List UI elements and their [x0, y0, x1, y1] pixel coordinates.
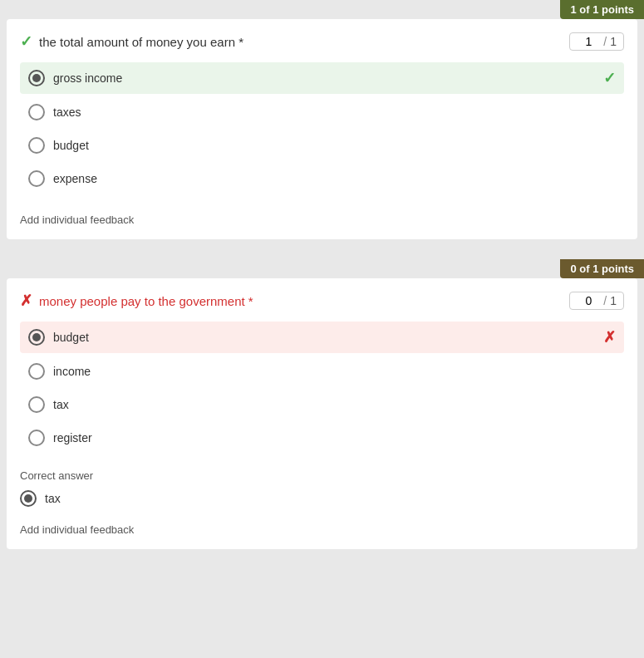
- q2-incorrect-icon: ✗: [20, 292, 32, 310]
- q2-score-max: 1: [610, 294, 617, 307]
- q2-correct-answer-section: Correct answer tax: [7, 466, 637, 517]
- top-badge-area: 1 of 1 points: [0, 0, 644, 19]
- q2-option-3-label: tax: [53, 398, 616, 411]
- q1-option-1[interactable]: gross income ✓: [20, 62, 624, 94]
- q1-question-text: the total amount of money you earn *: [39, 35, 563, 49]
- q1-option-2-label: taxes: [53, 106, 616, 119]
- q1-correct-icon: ✓: [20, 32, 32, 51]
- q2-correct-answer-option: tax: [20, 487, 624, 510]
- q1-score-divider: /: [603, 35, 607, 48]
- q2-question-text: money people pay to the government *: [39, 294, 563, 308]
- q1-option-3[interactable]: budget: [20, 130, 624, 160]
- q1-top-points-badge: 1 of 1 points: [560, 0, 644, 19]
- q2-correct-answer-label: Correct answer: [20, 469, 624, 482]
- q2-radio-1-inner: [32, 333, 41, 341]
- q2-badge-area: 0 of 1 points: [0, 259, 644, 278]
- q2-option-3[interactable]: tax: [20, 390, 624, 420]
- q1-feedback-link[interactable]: Add individual feedback: [7, 207, 637, 239]
- q2-radio-1: [28, 329, 45, 346]
- q2-score-box: / 1: [569, 292, 624, 310]
- q1-option-1-check: ✓: [603, 69, 616, 87]
- q1-radio-3: [28, 137, 45, 154]
- q2-option-4[interactable]: register: [20, 423, 624, 453]
- q1-option-1-label: gross income: [53, 71, 595, 85]
- q1-radio-1-inner: [32, 74, 41, 82]
- q1-option-2[interactable]: taxes: [20, 97, 624, 127]
- q1-radio-4: [28, 170, 45, 187]
- q2-option-4-label: register: [53, 431, 616, 444]
- q2-options-list: budget ✗ income tax register: [7, 318, 637, 466]
- q2-radio-2: [28, 363, 45, 380]
- q1-options-list: gross income ✓ taxes budget expense: [7, 59, 637, 207]
- q2-option-1[interactable]: budget ✗: [20, 322, 624, 353]
- q2-radio-4: [28, 430, 45, 446]
- q1-score-input[interactable]: [577, 35, 600, 48]
- question-1-block: ✓ the total amount of money you earn * /…: [7, 19, 637, 239]
- question-2-block: ✗ money people pay to the government * /…: [7, 278, 637, 549]
- q2-correct-radio-inner: [24, 494, 32, 503]
- q2-option-1-label: budget: [53, 331, 595, 344]
- q1-option-4[interactable]: expense: [20, 164, 624, 194]
- q2-score-divider: /: [603, 294, 607, 307]
- q2-radio-3: [28, 396, 45, 413]
- q2-header: ✗ money people pay to the government * /…: [7, 278, 637, 318]
- q2-option-2[interactable]: income: [20, 356, 624, 386]
- q2-points-badge: 0 of 1 points: [560, 259, 644, 278]
- block-separator: [0, 249, 644, 259]
- q1-option-4-label: expense: [53, 172, 616, 185]
- q2-option-1-check: ✗: [603, 328, 616, 346]
- q2-feedback-link[interactable]: Add individual feedback: [7, 517, 637, 549]
- q2-correct-radio: [20, 490, 37, 507]
- q2-option-2-label: income: [53, 365, 616, 378]
- q1-radio-1: [28, 70, 45, 86]
- q1-score-box: / 1: [569, 32, 624, 51]
- q1-score-max: 1: [610, 35, 617, 48]
- q2-score-input[interactable]: [577, 294, 600, 307]
- q1-radio-2: [28, 104, 45, 120]
- q1-option-3-label: budget: [53, 139, 616, 152]
- q2-correct-answer-text: tax: [45, 492, 624, 505]
- q1-header: ✓ the total amount of money you earn * /…: [7, 19, 637, 59]
